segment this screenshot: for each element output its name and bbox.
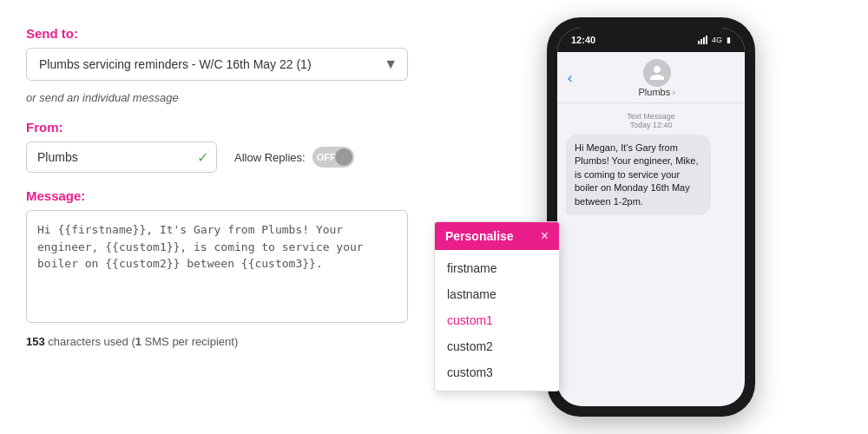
message-area: Text Message Today 12:40 Hi Megan, It's …	[557, 103, 745, 406]
signal-icon	[698, 36, 707, 44]
message-label: Message:	[26, 188, 408, 203]
personalise-item-firstname[interactable]: firstname	[435, 255, 559, 281]
message-meta: Text Message Today 12:40	[566, 112, 736, 129]
from-label: From:	[26, 120, 408, 135]
allow-replies-label: Allow Replies:	[234, 151, 306, 164]
network-type: 4G	[712, 36, 722, 44]
personalise-title: Personalise	[445, 229, 514, 243]
phone-screen: 12:40 4G ▮ ‹	[557, 28, 745, 406]
message-textarea[interactable]: Hi {{firstname}}, It's Gary from Plumbs!…	[26, 210, 408, 323]
char-count: 153 characters used (1 SMS per recipient…	[26, 335, 408, 348]
contact-name: Plumbs	[638, 87, 670, 97]
phone-frame: 12:40 4G ▮ ‹	[547, 17, 755, 417]
personalise-close-button[interactable]: ×	[541, 229, 549, 243]
or-send-text: or send an individual message	[26, 91, 408, 104]
phone-status-bar: 12:40 4G ▮	[557, 28, 745, 52]
imessage-header: ‹ Plumbs ›	[557, 52, 745, 103]
phone-status-icons: 4G ▮	[698, 36, 731, 44]
allow-replies-toggle[interactable]: OFF	[312, 147, 354, 168]
phone-notch-center	[616, 28, 686, 45]
personalise-items: firstname lastname custom1 custom2 custo…	[435, 250, 559, 391]
personalise-popup: Personalise × firstname lastname custom1…	[434, 221, 560, 391]
toggle-off-label: OFF	[317, 152, 336, 162]
send-to-label: Send to:	[26, 26, 408, 41]
from-input-wrapper: ✓	[26, 141, 217, 173]
avatar	[643, 59, 671, 87]
allow-replies: Allow Replies: OFF	[234, 147, 354, 168]
personalise-item-custom1[interactable]: custom1	[435, 307, 559, 333]
check-icon: ✓	[197, 149, 208, 166]
personalise-item-lastname[interactable]: lastname	[435, 281, 559, 307]
send-to-wrapper: Plumbs servicing reminders - W/C 16th Ma…	[26, 48, 408, 81]
user-icon	[648, 64, 666, 82]
sms-count: 1	[135, 335, 141, 348]
contact-info: Plumbs ›	[579, 59, 734, 97]
from-row: ✓ Allow Replies: OFF	[26, 141, 408, 173]
phone-time: 12:40	[571, 35, 595, 45]
back-arrow-icon[interactable]: ‹	[568, 70, 572, 86]
toggle-knob	[335, 148, 352, 166]
left-panel: Send to: Plumbs servicing reminders - W/…	[0, 0, 434, 434]
from-input[interactable]	[26, 141, 217, 173]
contact-chevron-icon: ›	[672, 87, 675, 97]
char-count-number: 153	[26, 335, 45, 348]
personalise-item-custom2[interactable]: custom2	[435, 333, 559, 359]
personalise-header: Personalise ×	[435, 222, 559, 250]
battery-icon: ▮	[727, 36, 731, 44]
sms-bubble: Hi Megan, It's Gary from Plumbs! Your en…	[566, 135, 711, 215]
personalise-item-custom3[interactable]: custom3	[435, 359, 559, 385]
send-to-select[interactable]: Plumbs servicing reminders - W/C 16th Ma…	[26, 48, 408, 81]
